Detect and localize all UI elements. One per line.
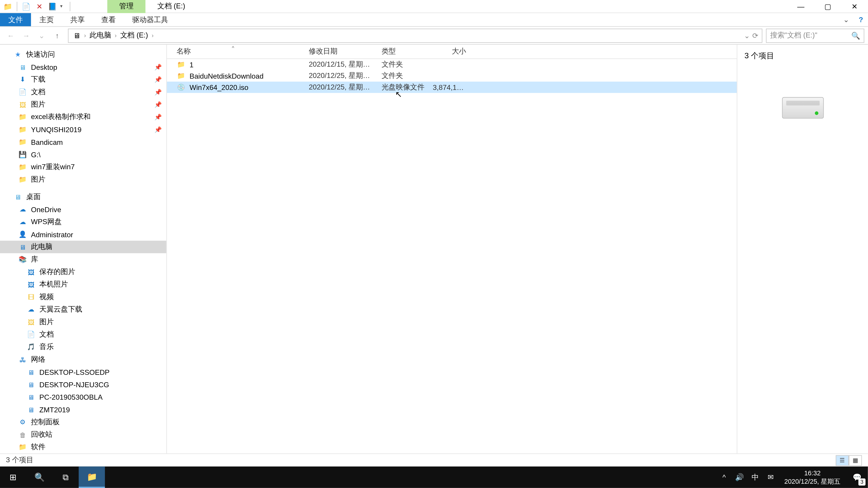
nav-pc-2019[interactable]: 🖥PC-20190530OBLA xyxy=(0,391,166,403)
nav-downloads[interactable]: ⬇下载📌 xyxy=(0,73,166,86)
file-list[interactable]: 名称^ 修改日期 类型 大小 📁12020/12/15, 星期二 1...文件夹… xyxy=(167,45,737,453)
breadcrumb-sep[interactable]: › xyxy=(114,32,118,39)
tray-ime-icon[interactable]: 中 xyxy=(747,466,763,488)
search-input[interactable]: 搜索"文档 (E:)" 🔍 xyxy=(766,28,864,42)
qat-delete-icon[interactable]: ✕ xyxy=(34,1,44,11)
column-name[interactable]: 名称^ xyxy=(167,46,299,57)
nav-onedrive[interactable]: ☁OneDrive xyxy=(0,203,166,216)
file-icon: 💿 xyxy=(177,83,186,92)
breadcrumb-drive-e[interactable]: 文档 (E:) xyxy=(118,30,150,40)
help-icon[interactable]: ? xyxy=(854,13,868,26)
nav-docs2[interactable]: 📄文档 xyxy=(0,328,166,341)
video-icon: 🎞 xyxy=(26,292,36,302)
task-view-button[interactable]: ⧉ xyxy=(53,466,79,488)
nav-desktop-root[interactable]: 🖥桌面 xyxy=(0,191,166,203)
nav-tianyi[interactable]: ☁天翼云盘下载 xyxy=(0,303,166,316)
nav-pictures[interactable]: 🖼图片📌 xyxy=(0,98,166,111)
qat-properties-icon[interactable]: 📄 xyxy=(21,1,31,11)
nav-quick-access[interactable]: ★快速访问 xyxy=(0,48,166,61)
pictures-icon: 🖼 xyxy=(26,280,36,289)
nav-music[interactable]: 🎵音乐 xyxy=(0,341,166,353)
tab-view[interactable]: 查看 xyxy=(93,13,124,26)
address-bar[interactable]: 🖥 › 此电脑 › 文档 (E:) › ⌄ ⟳ xyxy=(68,28,763,42)
contextual-tab-manage[interactable]: 管理 xyxy=(107,0,146,13)
tray-mail-icon[interactable]: ✉ xyxy=(763,466,778,488)
file-date: 2020/12/25, 星期五 1... xyxy=(299,82,372,92)
nav-saved-pictures[interactable]: 🖼保存的图片 xyxy=(0,266,166,278)
nav-admin[interactable]: 👤Administrator xyxy=(0,228,166,240)
pictures-icon: 🖼 xyxy=(18,100,27,109)
nav-excel[interactable]: 📁excel表格制作求和📌 xyxy=(0,111,166,123)
nav-win7[interactable]: 📁win7重装win7 xyxy=(0,161,166,173)
up-button[interactable]: ↑ xyxy=(50,28,64,42)
minimize-button[interactable]: — xyxy=(787,0,814,13)
tray-overflow-icon[interactable]: ^ xyxy=(716,466,732,488)
column-header-row: 名称^ 修改日期 类型 大小 xyxy=(167,45,737,59)
view-large-icons-button[interactable]: ▦ xyxy=(849,455,862,465)
nav-pc-lsso[interactable]: 🖥DESKTOP-LSSOEDP xyxy=(0,366,166,378)
nav-pc-zmt[interactable]: 🖥ZMT2019 xyxy=(0,403,166,416)
tray-sound-icon[interactable]: 🔊 xyxy=(732,466,747,488)
nav-gdrive[interactable]: 💾G:\ xyxy=(0,149,166,161)
nav-pc-njeu[interactable]: 🖥DESKTOP-NJEU3CG xyxy=(0,378,166,391)
file-row[interactable]: 📁12020/12/15, 星期二 1...文件夹 xyxy=(167,59,737,70)
file-size: 3,874,126... xyxy=(433,83,468,92)
qat-more-icon[interactable]: ▾ xyxy=(60,4,66,9)
nav-wps[interactable]: ☁WPS网盘 xyxy=(0,216,166,228)
music-icon: 🎵 xyxy=(26,342,36,352)
nav-documents[interactable]: 📄文档📌 xyxy=(0,86,166,98)
computer-icon: 🖥 xyxy=(26,367,36,377)
tab-share[interactable]: 共享 xyxy=(62,13,93,26)
nav-recycle-bin[interactable]: 🗑回收站 xyxy=(0,428,166,441)
main-area: ★快速访问 🖥Desktop📌 ⬇下载📌 📄文档📌 🖼图片📌 📁excel表格制… xyxy=(0,45,868,453)
search-icon[interactable]: 🔍 xyxy=(851,31,860,39)
nav-network[interactable]: 🖧网络 xyxy=(0,353,166,366)
content-area: 名称^ 修改日期 类型 大小 📁12020/12/15, 星期二 1...文件夹… xyxy=(167,45,868,453)
back-button[interactable]: ← xyxy=(4,28,18,42)
taskbar-explorer-button[interactable]: 📁 xyxy=(79,466,105,488)
file-row[interactable]: 📁BaiduNetdiskDownload2020/12/25, 星期五 1..… xyxy=(167,70,737,82)
nav-yunqishi[interactable]: 📁YUNQISHI2019📌 xyxy=(0,123,166,136)
nav-this-pc[interactable]: 🖥此电脑 xyxy=(0,240,166,253)
nav-libraries[interactable]: 📚库 xyxy=(0,253,166,266)
nav-desktop[interactable]: 🖥Desktop📌 xyxy=(0,61,166,73)
start-button[interactable]: ⊞ xyxy=(0,466,26,488)
nav-pics3[interactable]: 🖼图片 xyxy=(0,316,166,328)
tab-file[interactable]: 文件 xyxy=(0,13,31,26)
breadcrumb-sep[interactable]: › xyxy=(150,32,155,39)
action-center-button[interactable]: 💬 3 xyxy=(846,466,868,488)
qat-newfolder-icon[interactable]: 📘 xyxy=(47,1,58,11)
recent-locations-icon[interactable]: ⌄ xyxy=(35,28,49,42)
folder-icon: 📁 xyxy=(18,162,27,172)
user-icon: 👤 xyxy=(18,230,27,239)
nav-pictures2[interactable]: 📁图片 xyxy=(0,173,166,186)
ribbon-expand-icon[interactable]: ⌄ xyxy=(838,13,854,26)
nav-software[interactable]: 📁软件 xyxy=(0,441,166,453)
tab-home[interactable]: 主页 xyxy=(31,13,62,26)
close-button[interactable]: ✕ xyxy=(841,0,868,13)
view-details-button[interactable]: ☰ xyxy=(836,455,849,465)
taskbar-search-button[interactable]: 🔍 xyxy=(26,466,53,488)
tab-drive-tools[interactable]: 驱动器工具 xyxy=(124,13,176,26)
app-icon[interactable]: 📁 xyxy=(2,1,13,11)
breadcrumb-this-pc[interactable]: 此电脑 xyxy=(87,30,114,40)
file-row[interactable]: 💿Win7x64_2020.iso2020/12/25, 星期五 1...光盘映… xyxy=(167,82,737,93)
file-type: 光盘映像文件 xyxy=(372,82,433,92)
address-dropdown-icon[interactable]: ⌄ xyxy=(744,31,750,39)
status-item-count: 3 个项目 xyxy=(6,455,33,465)
column-type[interactable]: 类型 xyxy=(372,46,433,57)
forward-button[interactable]: → xyxy=(19,28,33,42)
navigation-pane[interactable]: ★快速访问 🖥Desktop📌 ⬇下载📌 📄文档📌 🖼图片📌 📁excel表格制… xyxy=(0,45,167,453)
nav-bandicam[interactable]: 📁Bandicam xyxy=(0,136,166,148)
maximize-button[interactable]: ▢ xyxy=(814,0,841,13)
nav-control-panel[interactable]: ⚙控制面板 xyxy=(0,416,166,428)
documents-icon: 📄 xyxy=(26,330,36,339)
taskbar-clock[interactable]: 16:32 2020/12/25, 星期五 xyxy=(778,469,846,486)
column-size[interactable]: 大小 xyxy=(433,46,468,57)
column-date[interactable]: 修改日期 xyxy=(299,46,372,57)
nav-local-photo[interactable]: 🖼本机照片 xyxy=(0,278,166,291)
onedrive-icon: ☁ xyxy=(18,205,27,214)
breadcrumb-sep[interactable]: › xyxy=(83,32,87,39)
refresh-icon[interactable]: ⟳ xyxy=(752,31,758,39)
nav-video[interactable]: 🎞视频 xyxy=(0,291,166,303)
